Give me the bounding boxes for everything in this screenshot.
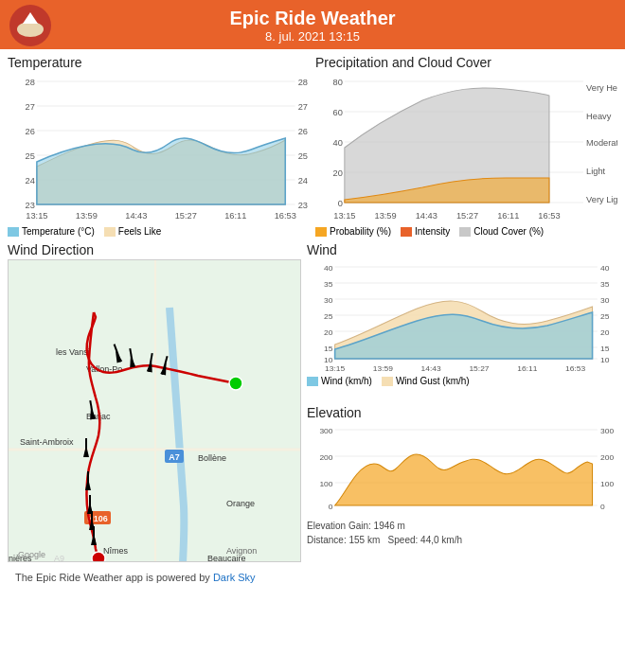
svg-text:Google: Google [18,550,45,559]
legend-gust-label: Wind Gust (km/h) [396,376,470,386]
svg-text:13:59: 13:59 [375,211,397,221]
svg-text:40: 40 [324,264,333,273]
svg-text:16:11: 16:11 [517,364,538,373]
svg-text:Beaucaire: Beaucaire [207,554,246,562]
svg-text:13:15: 13:15 [26,211,47,221]
legend-temp-color [8,227,19,237]
svg-text:15: 15 [324,345,333,353]
legend-temp-label: Temperature (°C) [22,226,95,237]
legend-windgust: Wind Gust (km/h) [382,376,470,386]
legend-prob-label: Probability (%) [330,226,391,237]
svg-text:Bollène: Bollène [198,453,226,463]
svg-text:35: 35 [600,280,610,289]
svg-text:25: 25 [26,151,35,161]
precipitation-panel: Precipitation and Cloud Cover 80 60 40 2… [315,55,617,237]
row-1: Temperature 28 27 26 25 24 23 [8,55,617,237]
elevation-title: Elevation [307,405,617,420]
elevation-distance: Distance: 155 km [307,535,380,545]
svg-text:60: 60 [333,108,343,117]
svg-text:30: 30 [600,296,610,305]
svg-text:16:53: 16:53 [538,211,560,221]
svg-text:20: 20 [324,328,333,337]
svg-point-67 [92,552,105,562]
elevation-gain: Elevation Gain: 1946 m [307,521,405,531]
svg-text:0: 0 [338,199,343,208]
svg-text:23: 23 [298,201,308,210]
main-content: Temperature 28 27 26 25 24 23 [0,49,625,592]
svg-text:Light: Light [586,167,606,176]
svg-text:28: 28 [26,78,35,87]
legend-intensity-label: Intensity [415,226,450,237]
svg-text:40: 40 [333,138,343,148]
legend-feelslike-color [104,227,116,237]
right-panels: Wind 40 35 30 [307,242,617,562]
svg-text:200: 200 [600,453,615,462]
legend-cloud-label: Cloud Cover (%) [473,226,544,237]
svg-text:16:11: 16:11 [497,211,519,221]
legend-feelslike: Feels Like [104,226,162,237]
svg-text:Saint-Ambroix: Saint-Ambroix [20,437,74,447]
legend-wind: Wind (km/h) [307,376,372,386]
svg-text:26: 26 [298,127,308,136]
svg-text:0: 0 [600,503,605,511]
temperature-legend: Temperature (°C) Feels Like [8,226,310,237]
svg-text:Very Light: Very Light [586,195,617,204]
elevation-info: Elevation Gain: 1946 m Distance: 155 km … [307,519,617,547]
svg-text:200: 200 [319,453,333,462]
svg-text:13:15: 13:15 [325,364,346,373]
svg-text:A9: A9 [54,554,64,562]
legend-feelslike-label: Feels Like [118,226,162,237]
map-container: A7 N106 les Vansi Vallon-Po Barjac Saint… [8,259,301,562]
svg-text:28: 28 [298,78,308,87]
row-2: Wind Direction A7 N106 [8,242,617,562]
svg-text:26: 26 [26,127,35,136]
svg-text:16:53: 16:53 [275,211,296,221]
svg-text:A7: A7 [169,452,180,462]
elevation-panel: Elevation 300 200 100 0 300 [307,405,617,562]
svg-text:14:43: 14:43 [125,211,147,221]
svg-text:27: 27 [298,102,308,112]
dark-sky-link[interactable]: Dark Sky [213,572,256,583]
wind-direction-title: Wind Direction [8,242,301,257]
svg-text:100: 100 [600,480,615,488]
app-title: Epic Ride Weather [229,8,395,29]
legend-gust-color [382,377,393,386]
wind-legend: Wind (km/h) Wind Gust (km/h) [307,376,617,386]
legend-intensity: Intensity [401,226,450,237]
svg-text:24: 24 [26,176,35,186]
svg-text:0: 0 [329,503,333,511]
svg-text:13:59: 13:59 [373,364,394,373]
temperature-title: Temperature [8,55,310,70]
svg-text:27: 27 [26,102,35,112]
app-subtitle: 8. jul. 2021 13:15 [229,29,395,44]
svg-text:15:27: 15:27 [456,211,478,221]
svg-text:Orange: Orange [226,499,255,508]
svg-text:20: 20 [333,168,343,178]
temperature-chart: 28 27 26 25 24 23 28 27 26 25 24 23 13:1… [8,72,310,223]
svg-text:300: 300 [600,427,615,435]
svg-text:Very Heavy: Very Heavy [586,83,617,93]
wind-chart: 40 35 30 25 20 15 10 40 35 30 25 20 15 [307,259,617,373]
svg-text:15: 15 [600,345,610,353]
svg-text:10: 10 [324,356,333,364]
svg-text:15:27: 15:27 [175,211,197,221]
svg-text:Heavy: Heavy [586,112,612,121]
legend-cloudcover: Cloud Cover (%) [459,226,544,237]
svg-text:100: 100 [319,480,333,488]
svg-text:13:59: 13:59 [76,211,98,221]
svg-text:24: 24 [298,176,308,186]
svg-text:Moderate: Moderate [586,138,617,148]
legend-probability: Probability (%) [315,226,391,237]
svg-text:20: 20 [600,328,610,337]
footer: The Epic Ride Weather app is powered by … [8,568,617,587]
svg-text:Nîmes: Nîmes [103,546,129,556]
app-header: Epic Ride Weather 8. jul. 2021 13:15 [0,0,625,49]
svg-text:14:43: 14:43 [416,211,438,221]
precipitation-title: Precipitation and Cloud Cover [315,55,617,70]
elevation-speed: Speed: 44,0 km/h [388,535,462,545]
footer-text: The Epic Ride Weather app is powered by [15,572,213,583]
app-logo [9,5,51,46]
legend-temperature: Temperature (°C) [8,226,95,237]
precipitation-chart: 80 60 40 20 0 Very Heavy Heavy Moderate … [315,72,617,223]
svg-text:80: 80 [333,78,343,87]
